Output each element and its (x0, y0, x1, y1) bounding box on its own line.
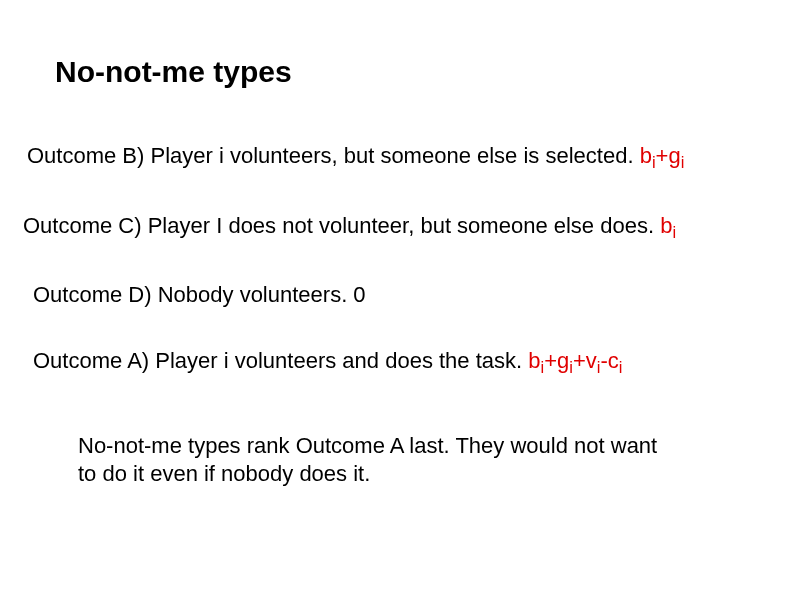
summary-text: No-not-me types rank Outcome A last. The… (78, 432, 668, 487)
outcome-a: Outcome A) Player i volunteers and does … (33, 348, 622, 377)
outcome-c: Outcome C) Player I does not volunteer, … (23, 213, 676, 242)
outcome-a-text: Outcome A) Player i volunteers and does … (33, 348, 528, 373)
slide-title: No-not-me types (55, 55, 292, 89)
outcome-c-payoff: bi (660, 213, 676, 238)
outcome-d: Outcome D) Nobody volunteers. 0 (33, 282, 366, 308)
outcome-b: Outcome B) Player i volunteers, but some… (27, 143, 684, 172)
outcome-d-text: Outcome D) Nobody volunteers. 0 (33, 282, 366, 307)
outcome-b-text: Outcome B) Player i volunteers, but some… (27, 143, 640, 168)
outcome-b-payoff: bi+gi (640, 143, 685, 168)
outcome-a-payoff: bi+gi+vi-ci (528, 348, 622, 373)
outcome-c-text: Outcome C) Player I does not volunteer, … (23, 213, 660, 238)
